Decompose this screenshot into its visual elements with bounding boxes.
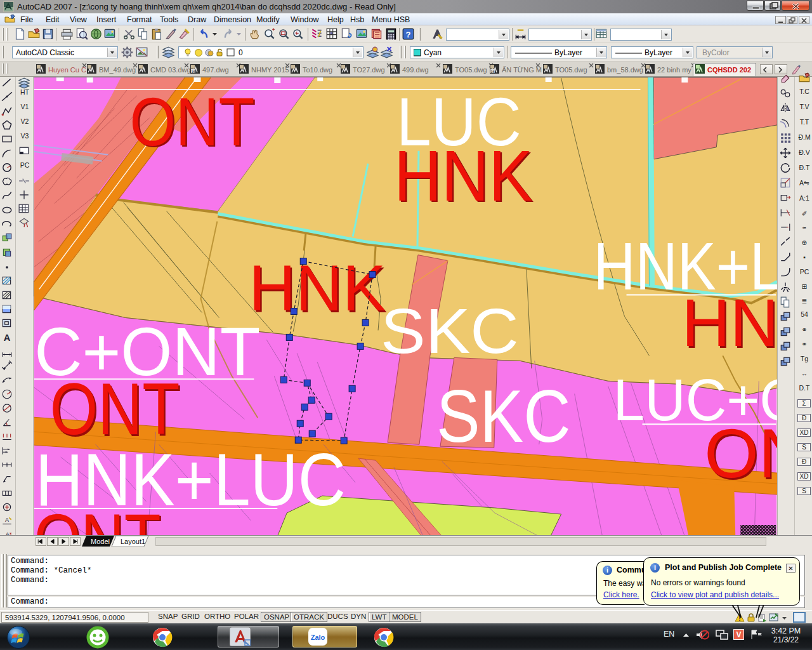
svg-text:HNK: HNK bbox=[394, 136, 533, 216]
svg-text:A: A bbox=[5, 517, 9, 523]
svg-text:ONT: ONT bbox=[130, 84, 255, 160]
svg-text:HNK: HNK bbox=[681, 285, 777, 360]
svg-text:Layout1: Layout1 bbox=[121, 538, 145, 545]
svg-text:ONT: ONT bbox=[34, 500, 161, 535]
svg-text:A: A bbox=[4, 333, 11, 343]
svg-text:?: ? bbox=[406, 30, 411, 39]
svg-text:16: 16 bbox=[490, 70, 495, 74]
svg-text:HNK: HNK bbox=[249, 251, 386, 324]
svg-text:SKC: SKC bbox=[381, 296, 519, 366]
svg-text:ONT: ONT bbox=[704, 415, 777, 492]
svg-text:Zalo: Zalo bbox=[311, 633, 325, 641]
svg-text:SKC: SKC bbox=[436, 375, 571, 458]
svg-text:16: 16 bbox=[191, 70, 195, 74]
svg-text:Model: Model bbox=[91, 538, 110, 545]
